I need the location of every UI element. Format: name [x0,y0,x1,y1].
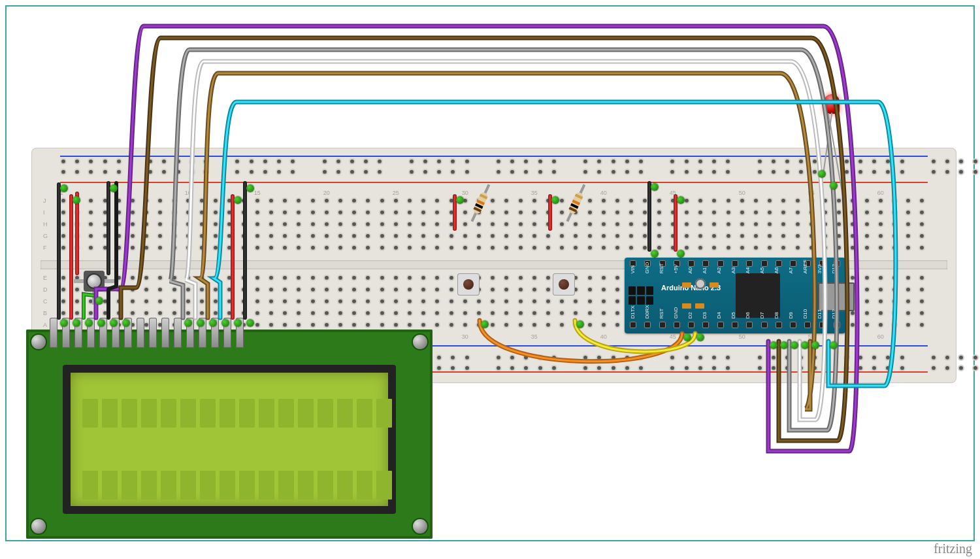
wire-endpoint [197,319,204,327]
wire-endpoint [830,341,838,349]
lcd-screw [31,335,46,349]
nano-mcu-chip [736,273,780,318]
wire-endpoint [651,183,659,191]
potentiometer [84,271,105,292]
wire-endpoint [85,319,93,327]
wire-endpoint [110,319,118,327]
wire-endpoint [791,341,798,349]
wire-endpoint [246,184,254,192]
nano-usb-port [818,282,855,311]
wire-endpoint [801,341,809,349]
fritzing-branding: fritzing [934,541,972,556]
lcd-screen [63,365,396,514]
nano-reset-button[interactable] [695,279,706,289]
wire-endpoint [818,170,826,178]
pushbutton-1[interactable] [457,273,480,296]
wire-endpoint [677,250,685,258]
wire-endpoint [221,319,229,327]
wire-endpoint [677,196,685,204]
wire-endpoint [576,320,584,328]
wire-endpoint [122,319,130,327]
wire-endpoint [95,297,103,305]
lcd-screw [413,335,427,349]
wire-endpoint [481,320,489,328]
lcd-screw [31,519,46,534]
wire-endpoint [73,319,80,327]
pushbutton-2[interactable] [553,273,575,296]
wire-endpoint [456,196,464,204]
arduino-nano: Arduino Nano 2.3 VINGNDRST+5VA0A1A2A3A4A… [625,258,845,333]
wire-endpoint [209,319,217,327]
wire-endpoint [60,319,68,327]
wire-endpoint [110,184,118,192]
wire-endpoint [683,333,691,341]
lcd-16x2 [26,330,433,539]
wire-endpoint [97,319,105,327]
wire-endpoint [184,319,192,327]
wire-endpoint [60,184,68,192]
wire-endpoint [830,182,838,190]
led-red [824,94,840,114]
wire-endpoint [780,341,788,349]
wire-endpoint [770,341,777,349]
nano-icsp-header [629,286,653,305]
wire-endpoint [551,196,559,204]
wire-endpoint [246,319,254,327]
wire-endpoint [73,196,80,204]
lcd-screw [413,519,427,534]
wire-endpoint [234,196,242,204]
wire-endpoint [234,319,242,327]
diagram-frame: 1155101015152020252530303535404045455050… [5,5,975,541]
wire-endpoint [811,341,819,349]
wire-endpoint [651,250,659,258]
wire-endpoint [696,333,704,341]
